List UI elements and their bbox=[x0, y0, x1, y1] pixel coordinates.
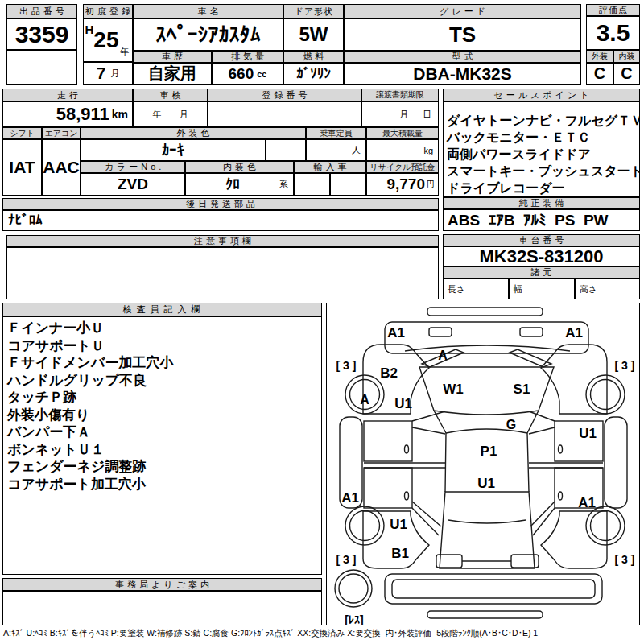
spec-length: 長さ bbox=[443, 279, 509, 299]
list-item: バンパー下Ａ bbox=[7, 423, 90, 441]
damage-label: [ 3 ] bbox=[336, 553, 356, 566]
list-item: ドライブレコーダー bbox=[447, 180, 565, 196]
sales-points-header: セールスポイント bbox=[443, 89, 640, 101]
list-item: バックモニター・ＥＴＣ bbox=[447, 129, 590, 146]
mileage-header: 走行 bbox=[2, 89, 133, 101]
era-year: 25 bbox=[93, 27, 118, 53]
history-header: 車歴 bbox=[133, 51, 212, 63]
registration-no-header: 登録番号 bbox=[208, 89, 361, 101]
list-item: コアサポートＵ bbox=[7, 337, 105, 355]
transfer-deadline-header: 譲渡書類期限 bbox=[361, 89, 439, 101]
damage-label: A1 bbox=[341, 490, 359, 506]
list-item: コアサポート加工穴小 bbox=[7, 476, 146, 493]
chassis-no-value: MK32S-831200 bbox=[443, 246, 640, 266]
damage-label: A1 bbox=[387, 325, 405, 341]
capacity-value: 人 bbox=[306, 139, 366, 161]
damage-label: [ 3 ] bbox=[614, 359, 634, 372]
grade-value: TS bbox=[344, 19, 581, 51]
sales-points-list: ダイヤトーンナビ・フルセグＴＶバックモニター・ＥＴＣ両側パワースライドドアスマー… bbox=[443, 101, 640, 197]
list-item: タッチＰ跡 bbox=[7, 389, 76, 407]
exterior-color-header: 外装色 bbox=[80, 127, 306, 139]
chassis-no-header: 車台番号 bbox=[443, 234, 640, 246]
import-header: 輸入車 bbox=[294, 161, 366, 173]
exterior-grade-value: C bbox=[586, 63, 613, 85]
car-name-value: ｽﾍﾟｰｼｱｶｽﾀﾑ bbox=[133, 19, 283, 51]
list-item: スマートキー・プッシュスタート bbox=[447, 163, 640, 180]
list-item: フェンダーネジ調整跡 bbox=[7, 458, 146, 476]
damage-label: S1 bbox=[513, 382, 530, 397]
list-item: ボンネットＵ１ bbox=[7, 441, 105, 459]
damage-label: U1 bbox=[394, 396, 412, 411]
damage-label: [ 3 ] bbox=[336, 359, 356, 372]
lot-empty-box bbox=[6, 50, 77, 85]
damage-diagram-box: A1A1A[ 3 ][ 3 ]B2W1S1AU1GU1P1U1A1A1U1B1[… bbox=[326, 303, 640, 625]
office-notice-header: 事務局よりご案内 bbox=[2, 578, 322, 591]
transfer-deadline-value: 月 日 bbox=[361, 101, 439, 127]
door-shape-value: 5W bbox=[283, 19, 344, 51]
damage-label: B1 bbox=[391, 546, 409, 561]
displacement-value: 660 cc bbox=[212, 63, 283, 85]
damage-label: B2 bbox=[380, 365, 398, 381]
shift-header: シフト bbox=[2, 127, 42, 139]
spec-width: 幅 bbox=[509, 279, 575, 299]
damage-label: [ 3 ] bbox=[614, 553, 634, 566]
list-item: ハンドルグリップ不良 bbox=[7, 372, 147, 390]
oem-equipment-value: ABS ｴｱB ｱﾙﾐ PS PW bbox=[443, 209, 640, 231]
damage-label: G bbox=[506, 418, 515, 431]
color-no-value: ZVD bbox=[80, 173, 185, 196]
later-parts-value: ﾅﾋﾞﾛﾑ bbox=[2, 210, 439, 231]
ac-header: エアコン bbox=[42, 127, 80, 139]
auction-sheet: 出品番号 3359 初度登録 H 25 年 7 月 車名 ｽﾍﾟｰｼｱｶｽﾀﾑ … bbox=[0, 0, 644, 644]
car-damage-diagram: A1A1A[ 3 ][ 3 ]B2W1S1AU1GU1P1U1A1A1U1B1[… bbox=[328, 304, 639, 625]
fuel-value: ｶﾞｿﾘﾝ bbox=[283, 63, 344, 85]
exterior-grade-header: 外装 bbox=[586, 50, 613, 63]
first-registration-month: 7 月 bbox=[83, 62, 133, 85]
fuel-header: 燃料 bbox=[283, 51, 344, 63]
model-code-header: 型式 bbox=[344, 51, 581, 63]
specs-header: 諸元 bbox=[443, 266, 640, 279]
damage-label: P1 bbox=[480, 444, 497, 459]
damage-label: [ﾚｽ] bbox=[345, 613, 363, 625]
list-item: ダイヤトーンナビ・フルセグＴＶ bbox=[447, 112, 640, 129]
damage-label: A bbox=[438, 349, 448, 362]
first-registration-header: 初度登録 bbox=[83, 4, 133, 19]
interior-color-value: ｸﾛ 系 bbox=[185, 173, 294, 196]
ac-value: AAC bbox=[42, 139, 80, 196]
score-value: 3.5 bbox=[586, 16, 640, 50]
damage-label: U1 bbox=[477, 476, 495, 491]
interior-grade-value: C bbox=[613, 63, 640, 85]
list-item: 両側パワースライドドア bbox=[447, 146, 591, 163]
interior-color-header: 内装色 bbox=[185, 161, 294, 173]
cautions-body bbox=[6, 247, 439, 299]
damage-label: U1 bbox=[579, 426, 597, 441]
damage-label: U1 bbox=[390, 517, 407, 532]
office-notice-body bbox=[2, 591, 322, 625]
recycle-header: リサイクル預託金 bbox=[366, 161, 439, 173]
model-code-value: DBA-MK32S bbox=[344, 63, 581, 85]
exterior-color-extra-cell bbox=[266, 139, 306, 161]
shaken-value: 年 月 bbox=[133, 101, 208, 127]
import-value-cell-2 bbox=[330, 173, 366, 196]
oem-equipment-header: 純正装備 bbox=[443, 197, 640, 209]
displacement-header: 排気量 bbox=[212, 51, 283, 63]
year-unit: 年 bbox=[121, 46, 130, 58]
first-registration-year: H 25 年 bbox=[83, 19, 133, 62]
interior-grade-header: 内装 bbox=[613, 50, 640, 63]
mileage-value: 58,911 km bbox=[2, 101, 133, 127]
list-item: Ｆサイドメンバー加工穴小 bbox=[7, 354, 173, 372]
era-letter: H bbox=[85, 23, 94, 36]
import-value-cell-1 bbox=[294, 173, 330, 196]
damage-label: A1 bbox=[565, 325, 583, 341]
recycle-value: 9,770 円 bbox=[366, 173, 439, 196]
list-item: Ｆインナー小Ｕ bbox=[7, 320, 104, 337]
door-shape-header: ドア形状 bbox=[283, 4, 344, 19]
damage-code-legend: A:ｷｽﾞ U:ﾍｺﾐ B:ｷｽﾞを伴うﾍｺﾐ P:要塗装 W:補修跡 S:錆 … bbox=[3, 628, 642, 639]
shift-value: IAT bbox=[2, 139, 42, 196]
inspector-notes-list: Ｆインナー小ＵコアサポートＵＦサイドメンバー加工穴小ハンドルグリップ不良タッチＰ… bbox=[2, 316, 322, 575]
spec-height: 高さ bbox=[575, 279, 640, 299]
payload-header: 最大積載量 bbox=[366, 127, 439, 139]
capacity-header: 乗車定員 bbox=[306, 127, 366, 139]
lot-number-value: 3359 bbox=[6, 19, 77, 50]
damage-label: A bbox=[360, 393, 369, 407]
shaken-header: 車検 bbox=[133, 89, 208, 101]
